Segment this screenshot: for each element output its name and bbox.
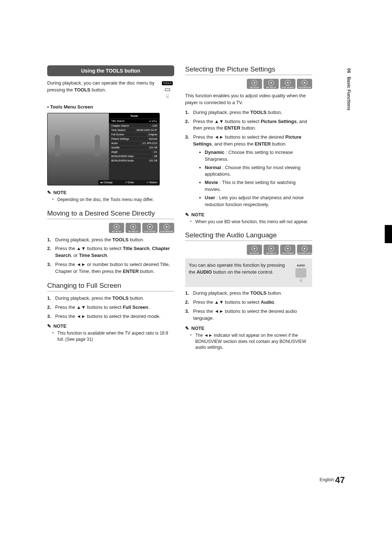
footer-language: English	[320, 477, 334, 482]
tools-intro-text: During playback, you can operate the dis…	[47, 80, 174, 94]
audio-button-icon: AUDIO ☟	[293, 262, 309, 283]
step-item: During playback, press the TOOLS button.	[47, 295, 174, 302]
disc-badge: DVD-VIDEO	[280, 245, 295, 255]
disc-badge: BD-ROM	[247, 79, 262, 89]
note-item: Depending on the disc, the Tools menu ma…	[57, 197, 174, 203]
chapter-number: 06	[346, 68, 351, 73]
audio-language-heading: Selecting the Audio Language	[185, 231, 312, 241]
disc-badge: DVD-VIDEO	[142, 223, 158, 233]
tools-row: Chapter Search: 1/20	[109, 123, 159, 128]
disc-badge: BD-RE/-R	[264, 245, 279, 255]
page-edge-marker	[385, 225, 392, 243]
hand-icon: ☟	[299, 278, 303, 283]
remote-icon: ▭	[164, 86, 171, 93]
minaret-graphic	[55, 135, 60, 156]
chapter-tab: 06 Basic Functions	[344, 68, 351, 123]
audio-button-label: AUDIO	[297, 264, 305, 267]
right-column: Selecting the Picture Settings BD-ROM BD…	[185, 65, 312, 352]
tools-row: Time Search: 00:00:13/01:34:37	[109, 128, 159, 132]
step-item: Press the ▲▼ buttons to select Title Sea…	[47, 245, 174, 259]
tools-menu-screen-label: • Tools Menu Screen	[47, 104, 174, 111]
chapter-title: Basic Functions	[346, 77, 351, 110]
moving-scene-heading: Moving to a Desired Scene Directly	[47, 209, 174, 219]
full-screen-steps: During playback, press the TOOLS button.…	[47, 295, 174, 320]
tools-menu-screenshot: Tools Title Search◂ 1/2 ▸ Chapter Search…	[47, 113, 160, 185]
step-item: Press the ▲▼ buttons to select Full Scre…	[47, 304, 174, 311]
left-column: Using the TOOLS button TOOLS ▭ ☟ During …	[47, 65, 174, 352]
audio-box-text: You can also operate this function by pr…	[189, 262, 309, 276]
remote-button-icon	[295, 268, 306, 278]
disc-badge: DVD-VIDEO	[280, 79, 295, 89]
disc-badge: BD-RE/-R	[126, 223, 141, 233]
disc-badge: BD-ROM	[247, 245, 262, 255]
audio-steps: During playback, press the TOOLS button.…	[185, 290, 312, 322]
audio-info-box: AUDIO ☟ You can also operate this functi…	[185, 258, 312, 287]
note-list: The ◄► indicator will not appear on the …	[185, 332, 312, 351]
note-item: When you use BD wise function, this menu…	[195, 219, 312, 225]
note-heading: NOTE	[47, 323, 174, 329]
step-item: Press the ▲▼ buttons to select Audio.	[185, 299, 312, 306]
note-heading: NOTE	[185, 326, 312, 331]
disc-badge: DVD±RW/±R	[159, 223, 174, 233]
tools-panel: Tools Title Search◂ 1/2 ▸ Chapter Search…	[109, 113, 159, 185]
picture-settings-intro: This function enables you to adjust vide…	[185, 93, 312, 106]
disc-badge: DVD±RW/±R	[297, 79, 312, 89]
note-item: This function is available when the TV a…	[57, 330, 174, 343]
screenshot-background-image	[48, 113, 109, 185]
step-item: During playback, press the TOOLS button.	[185, 109, 312, 116]
disc-badge: BD-ROM	[109, 223, 124, 233]
tools-panel-title: Tools	[109, 113, 159, 119]
moving-scene-steps: During playback, press the TOOLS button.…	[47, 237, 174, 275]
note-heading: NOTE	[47, 190, 174, 195]
step-item: Press the ◄► buttons to select the desir…	[47, 313, 174, 320]
step-item: Press the ◄► buttons to select the desir…	[185, 308, 312, 322]
note-list: Depending on the disc, the Tools menu ma…	[47, 197, 174, 203]
tools-row: Full Screen: Original	[109, 132, 159, 136]
tools-row-title-search: Title Search◂ 1/2 ▸	[109, 119, 159, 123]
option-item: Normal : Choose this setting for most vi…	[205, 164, 312, 178]
option-item: User : Lets you adjust the sharpness and…	[205, 195, 312, 208]
picture-settings-heading: Selecting the Picture Settings	[185, 65, 312, 75]
tools-row: Audio: 1/1 JPN 2CH	[109, 141, 159, 145]
tools-row: Picture Settings: Normal	[109, 136, 159, 141]
step-item: Press the ▲▼ buttons to select Picture S…	[185, 118, 312, 132]
step-item: During playback, press the TOOLS button.	[185, 290, 312, 297]
step-item: Press the ◄► or number button to select …	[47, 261, 174, 275]
disc-badges: BD-ROM BD-RE/-R DVD-VIDEO DVD±RW/±R	[185, 79, 312, 89]
tools-row: BONUSVIEW Audio: 0/1 Off	[109, 158, 159, 163]
tools-row: Angle: 1/1	[109, 150, 159, 154]
tools-button-icon: TOOLS ▭ ☟	[160, 80, 174, 100]
page-number: 47	[335, 475, 345, 485]
step-item: Press the ◄► buttons to select the desir…	[185, 134, 312, 208]
disc-badges: BD-ROM BD-RE/-R DVD-VIDEO DVD±RW/±R	[47, 223, 174, 233]
page-footer: English 47	[320, 475, 345, 485]
hand-icon: ☟	[166, 94, 169, 100]
disc-badge: DivX/MKV/MP4	[297, 245, 312, 255]
picture-settings-steps: During playback, press the TOOLS button.…	[185, 109, 312, 208]
note-list: When you use BD wise function, this menu…	[185, 219, 312, 225]
option-item: Dynamic : Choose this setting to increas…	[205, 149, 312, 163]
tools-row: BONUSVIEW Video: Off	[109, 154, 159, 158]
tools-panel-footer: ◂▸ Change ⏎ Enter ↩ Return	[98, 180, 159, 185]
tools-row: Subtitle: 0/2 Off	[109, 145, 159, 150]
note-item: The ◄► indicator will not appear on the …	[195, 332, 312, 351]
minaret-graphic	[95, 135, 100, 156]
disc-badges: BD-ROM BD-RE/-R DVD-VIDEO DivX/MKV/MP4	[185, 245, 312, 255]
step-item: During playback, press the TOOLS button.	[47, 237, 174, 244]
picture-options: Dynamic : Choose this setting to increas…	[193, 149, 312, 208]
tools-button-label: TOOLS	[162, 81, 173, 85]
note-list: This function is available when the TV a…	[47, 330, 174, 343]
note-heading: NOTE	[185, 212, 312, 217]
option-item: Movie : This is the best setting for wat…	[205, 179, 312, 193]
disc-badge: BD-RE/-R	[264, 79, 279, 89]
full-screen-heading: Changing to Full Screen	[47, 282, 174, 291]
using-tools-header: Using the TOOLS button	[47, 65, 174, 76]
